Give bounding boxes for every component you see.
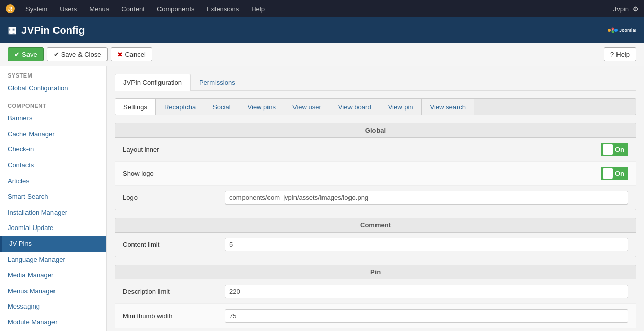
subtab-view-user[interactable]: View user xyxy=(284,99,330,115)
main-layout: SYSTEM Global Configuration COMPONENT Ba… xyxy=(0,66,644,331)
subtab-view-search[interactable]: View search xyxy=(422,99,474,115)
content-limit-value xyxy=(225,238,628,251)
show-logo-row: Show logo On xyxy=(115,162,636,186)
thumb-width-row: Thumb width xyxy=(115,328,636,331)
layout-inner-label: Layout inner xyxy=(123,146,225,154)
content-limit-row: Content limit xyxy=(115,233,636,257)
joomla-small-logo: J! xyxy=(5,4,15,14)
gear-icon[interactable]: ⚙ xyxy=(633,5,639,13)
logo-input[interactable] xyxy=(225,191,628,205)
subtab-social[interactable]: Social xyxy=(204,99,239,115)
sidebar-item-menus-manager[interactable]: Menus Manager xyxy=(0,284,106,299)
nav-system[interactable]: System xyxy=(20,0,52,17)
sidebar-item-cache-manager[interactable]: Cache Manager xyxy=(0,126,106,142)
installation-manager-link[interactable]: Installation Manager xyxy=(8,209,67,216)
save-button[interactable]: ✔ Save xyxy=(8,47,44,61)
check-in-link[interactable]: Check-in xyxy=(8,145,34,153)
layout-inner-value: On xyxy=(225,143,628,156)
sidebar-item-check-in[interactable]: Check-in xyxy=(0,142,106,158)
module-manager-link[interactable]: Module Manager xyxy=(8,318,58,326)
menus-manager-link[interactable]: Menus Manager xyxy=(8,287,56,295)
sidebar-item-module-manager[interactable]: Module Manager xyxy=(0,315,106,330)
tab-jvpin-configuration[interactable]: JVPin Configuration xyxy=(115,74,191,91)
nav-content[interactable]: Content xyxy=(116,0,150,17)
global-section-title: Global xyxy=(115,123,636,138)
svg-text:Joomla!: Joomla! xyxy=(619,28,636,33)
content-limit-input[interactable] xyxy=(225,238,628,251)
svg-point-5 xyxy=(614,29,618,32)
comment-section: Comment Content limit xyxy=(115,218,636,257)
messaging-link[interactable]: Messaging xyxy=(8,302,40,310)
logo-value xyxy=(225,191,628,205)
language-manager-link[interactable]: Language Manager xyxy=(8,256,65,263)
pin-section-title: Pin xyxy=(115,265,636,279)
top-nav-menu: System Users Menus Content Components Ex… xyxy=(20,0,613,17)
nav-help[interactable]: Help xyxy=(246,0,270,17)
joomlal-update-link[interactable]: Joomlal Update xyxy=(8,224,53,232)
nav-users[interactable]: Users xyxy=(55,0,82,17)
sidebar-item-jv-pins[interactable]: JV Pins xyxy=(0,236,106,252)
help-label: Help xyxy=(616,50,630,58)
global-config-link[interactable]: Global Configuration xyxy=(8,84,68,92)
tab-permissions[interactable]: Permissions xyxy=(191,74,244,90)
subtab-settings[interactable]: Settings xyxy=(115,99,156,115)
toolbar-left: ✔ Save ✔ Save & Close ✖ Cancel xyxy=(8,47,152,61)
sidebar-item-language-manager[interactable]: Language Manager xyxy=(0,252,106,268)
help-button[interactable]: ? Help xyxy=(604,47,636,61)
sidebar-item-smart-search[interactable]: Smart Search xyxy=(0,189,106,205)
description-limit-row: Description limit xyxy=(115,279,636,304)
subtab-view-pin[interactable]: View pin xyxy=(380,99,422,115)
layout-inner-toggle[interactable]: On xyxy=(601,143,628,156)
page-icon: ▦ xyxy=(8,24,16,36)
svg-text:J!: J! xyxy=(8,6,13,12)
sidebar-item-articles[interactable]: Articles xyxy=(0,173,106,189)
mini-thumb-input[interactable] xyxy=(225,309,628,323)
content-area: JVPin Configuration Permissions Settings… xyxy=(107,66,644,331)
sidebar-item-banners[interactable]: Banners xyxy=(0,111,106,126)
save-close-label: Save & Close xyxy=(61,50,101,58)
cancel-label: Cancel xyxy=(125,50,145,58)
global-section: Global Layout inner On Show logo On xyxy=(115,123,636,210)
sidebar-item-media-manager[interactable]: Media Manager xyxy=(0,268,106,284)
toolbar-right: ? Help xyxy=(604,47,636,61)
description-limit-value xyxy=(225,285,628,298)
smart-search-link[interactable]: Smart Search xyxy=(8,193,48,200)
sidebar-item-contacts[interactable]: Contacts xyxy=(0,158,106,173)
save-close-button[interactable]: ✔ Save & Close xyxy=(47,47,108,61)
toggle-label-2: On xyxy=(615,170,624,177)
help-icon: ? xyxy=(610,50,614,58)
subtab-recaptcha[interactable]: Recaptcha xyxy=(156,99,204,115)
contacts-link[interactable]: Contacts xyxy=(8,161,34,169)
nav-extensions[interactable]: Extensions xyxy=(202,0,245,17)
layout-inner-row: Layout inner On xyxy=(115,138,636,162)
sidebar-item-joomlal-update[interactable]: Joomlal Update xyxy=(0,220,106,236)
logo-label: Logo xyxy=(123,194,225,201)
tab-bar: JVPin Configuration Permissions xyxy=(115,74,636,91)
sidebar: SYSTEM Global Configuration COMPONENT Ba… xyxy=(0,66,107,331)
description-limit-input[interactable] xyxy=(225,285,628,298)
show-logo-toggle[interactable]: On xyxy=(601,167,628,180)
jv-pins-label: JV Pins xyxy=(9,240,32,247)
articles-link[interactable]: Articles xyxy=(8,177,30,185)
subtab-view-pins[interactable]: View pins xyxy=(239,99,284,115)
header-bar: ▦ JVPin Config Joomla! xyxy=(0,17,644,43)
user-name[interactable]: Jvpin xyxy=(613,5,629,13)
sidebar-item-installation-manager[interactable]: Installation Manager xyxy=(0,205,106,221)
sidebar-item-messaging[interactable]: Messaging xyxy=(0,299,106,315)
subtab-view-board[interactable]: View board xyxy=(330,99,380,115)
save-close-icon: ✔ xyxy=(53,50,59,58)
nav-menus[interactable]: Menus xyxy=(84,0,114,17)
banners-link[interactable]: Banners xyxy=(8,114,32,122)
logo-row: Logo xyxy=(115,186,636,210)
mini-thumb-row: Mini thumb width xyxy=(115,304,636,328)
cancel-button[interactable]: ✖ Cancel xyxy=(111,47,152,61)
nav-components[interactable]: Components xyxy=(152,0,200,17)
joomla-logo: Joomla! xyxy=(606,20,636,40)
cache-manager-link[interactable]: Cache Manager xyxy=(8,130,55,138)
media-manager-link[interactable]: Media Manager xyxy=(8,271,53,279)
pin-section: Pin Description limit Mini thumb width T… xyxy=(115,265,636,331)
toggle-knob xyxy=(603,144,613,155)
sidebar-item-global-config[interactable]: Global Configuration xyxy=(0,81,106,96)
component-section-title: COMPONENT xyxy=(0,96,106,111)
toggle-knob-2 xyxy=(603,168,613,179)
